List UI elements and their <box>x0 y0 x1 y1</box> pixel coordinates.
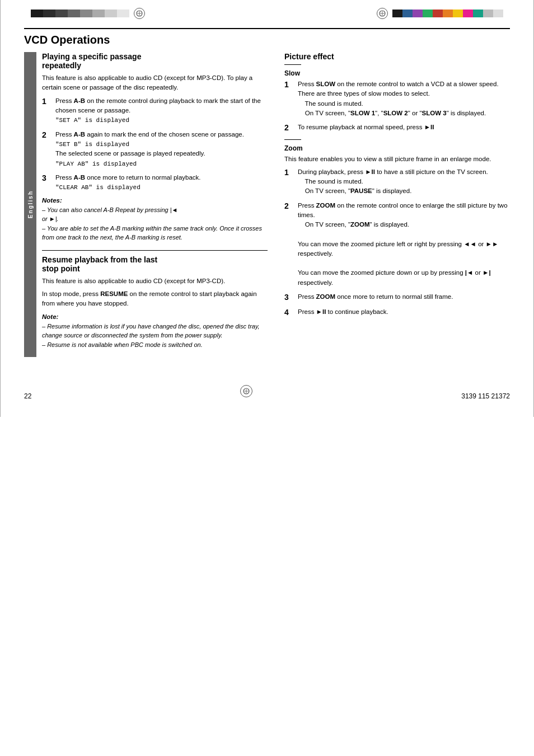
color-segment <box>392 10 402 17</box>
zoom-step-2-num: 2 <box>284 201 293 212</box>
zoom-step-1-content: During playback, press ►II to have a sti… <box>298 167 510 196</box>
zoom-step-3-num: 3 <box>284 292 293 303</box>
color-segment <box>105 10 117 17</box>
zoom-step-4: 4 Press ►II to continue playback. <box>284 307 510 318</box>
color-segment <box>433 10 443 17</box>
color-segment <box>117 10 129 17</box>
playing-passage-intro: This feature is also applicable to audio… <box>42 73 268 93</box>
resume-note-title: Note: <box>42 313 268 320</box>
page-footer: 22 3139 115 21372 <box>24 374 510 400</box>
step-3: 3 Press A-B once more to return to norma… <box>42 173 268 192</box>
color-segment <box>55 10 68 17</box>
step-3-display: "CLEAR AB" is displayed <box>55 184 140 191</box>
color-segment <box>463 10 473 17</box>
resume-note-1: – Resume information is lost if you have… <box>42 322 268 340</box>
sidebar-label: English <box>27 190 34 218</box>
slow-step-2-content: To resume playback at normal speed, pres… <box>298 123 510 132</box>
slow-step-2-num: 2 <box>284 123 293 134</box>
resume-notes: Note: – Resume information is lost if yo… <box>42 313 268 350</box>
color-segment <box>413 10 423 17</box>
color-segment <box>443 10 453 17</box>
resume-intro: This feature is also applicable to audio… <box>42 276 268 286</box>
resume-section: Resume playback from the last stop point… <box>42 255 268 349</box>
note-1: – You can also cancel A-B Repeat by pres… <box>42 205 268 224</box>
bottom-compass-icon <box>240 379 252 400</box>
step-2-number: 2 <box>42 130 51 141</box>
zoom-step-3: 3 Press ZOOM once more to return to norm… <box>284 292 510 303</box>
zoom-step-2: 2 Press ZOOM on the remote control once … <box>284 201 510 288</box>
resume-heading: Resume playback from the last stop point <box>42 255 268 273</box>
compass-icon-left <box>134 8 145 19</box>
color-segment <box>31 10 43 17</box>
right-column: Picture effect Slow 1 Press SLOW on the … <box>284 52 510 357</box>
step-3-content: Press A-B once more to return to normal … <box>55 173 268 192</box>
zoom-step-4-content: Press ►II to continue playback. <box>298 307 510 317</box>
right-color-bar <box>392 10 503 17</box>
zoom-step-1-num: 1 <box>284 167 293 179</box>
color-segment <box>453 10 463 17</box>
compass-icon-right <box>377 8 388 19</box>
step-3-number: 3 <box>42 173 51 184</box>
reference-number: 3139 115 21372 <box>461 392 510 400</box>
color-segment <box>483 10 493 17</box>
step-1-content: Press A-B on the remote control during p… <box>55 96 268 125</box>
slow-heading: Slow <box>284 69 510 77</box>
zoom-step-4-num: 4 <box>284 307 293 318</box>
slow-divider-line <box>284 64 301 65</box>
note-2: – You are able to set the A-B marking wi… <box>42 224 268 242</box>
step-1: 1 Press A-B on the remote control during… <box>42 96 268 125</box>
step-2-content: Press A-B again to mark the end of the c… <box>55 130 268 169</box>
playing-passage-notes: Notes: – You can also cancel A-B Repeat … <box>42 197 268 242</box>
left-column: Playing a specific passage repeatedly Th… <box>42 52 268 357</box>
color-segment <box>68 10 80 17</box>
resume-note-2: – Resume is not available when PBC mode … <box>42 340 268 350</box>
step-2-extra: The selected scene or passage is played … <box>55 150 205 157</box>
zoom-heading: Zoom <box>284 144 510 152</box>
left-color-bar-group <box>31 8 145 19</box>
sidebar-english: English <box>24 52 36 357</box>
zoom-step-2-content: Press ZOOM on the remote control once to… <box>298 201 510 288</box>
picture-effect-heading: Picture effect <box>284 52 510 61</box>
color-segment <box>473 10 483 17</box>
zoom-intro: This feature enables you to view a still… <box>284 154 510 164</box>
slow-step-1-content: Press SLOW on the remote control to watc… <box>298 79 510 118</box>
zoom-section: Zoom This feature enables you to view a … <box>284 139 510 318</box>
zoom-step-3-content: Press ZOOM once more to return to normal… <box>298 292 510 302</box>
left-color-bar <box>31 10 129 17</box>
notes-title: Notes: <box>42 197 268 204</box>
step-2-display: "SET B" is displayed <box>55 141 129 148</box>
slow-step-1: 1 Press SLOW on the remote control to wa… <box>284 79 510 118</box>
slow-step-1-num: 1 <box>284 79 293 91</box>
color-segment <box>402 10 413 17</box>
step-1-number: 1 <box>42 96 51 107</box>
top-decorative-area <box>7 0 527 22</box>
slow-step-2: 2 To resume playback at normal speed, pr… <box>284 123 510 134</box>
picture-effect-section: Picture effect Slow 1 Press SLOW on the … <box>284 52 510 318</box>
zoom-divider-line <box>284 139 301 140</box>
color-segment <box>423 10 433 17</box>
zoom-step-1: 1 During playback, press ►II to have a s… <box>284 167 510 196</box>
playing-passage-heading: Playing a specific passage repeatedly <box>42 52 268 70</box>
slow-section: Slow 1 Press SLOW on the remote control … <box>284 64 510 134</box>
section-divider-1 <box>42 250 268 251</box>
color-segment <box>80 10 92 17</box>
resume-body: In stop mode, press RESUME on the remote… <box>42 289 268 309</box>
step-2: 2 Press A-B again to mark the end of the… <box>42 130 268 169</box>
color-segment <box>43 10 55 17</box>
page-number: 22 <box>24 392 31 400</box>
page-title: VCD Operations <box>24 34 510 46</box>
color-segment <box>92 10 105 17</box>
color-segment <box>493 10 503 17</box>
step-2-display2: "PLAY AB" is displayed <box>55 161 137 167</box>
right-color-bar-group <box>377 8 503 19</box>
playing-passage-section: Playing a specific passage repeatedly Th… <box>42 52 268 242</box>
step-1-display: "SET A" is displayed <box>55 117 129 124</box>
